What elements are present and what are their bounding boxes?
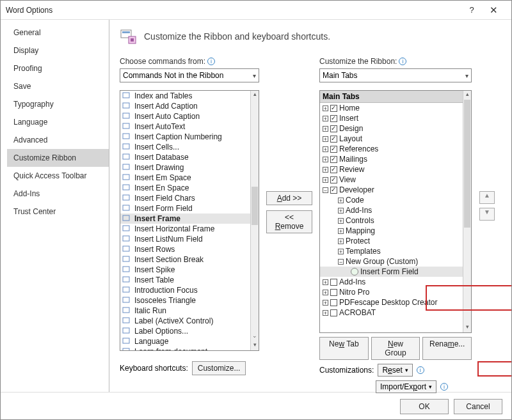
scroll-up-icon[interactable]: ▴ bbox=[463, 91, 471, 100]
reset-dropdown[interactable]: Reset▾ bbox=[378, 364, 412, 377]
customize-ribbon-dropdown[interactable]: Main Tabs ▾ bbox=[319, 68, 472, 82]
sidebar-item-advanced[interactable]: Advanced bbox=[7, 131, 109, 149]
command-item[interactable]: Insert Frame bbox=[120, 214, 250, 224]
tab-review[interactable]: +Review bbox=[320, 164, 463, 175]
svg-rect-26 bbox=[123, 318, 129, 323]
info-icon[interactable]: i bbox=[440, 383, 448, 391]
scrollbar[interactable]: ▴ ⌄ ▾ bbox=[250, 91, 259, 350]
command-item[interactable]: Insert Database bbox=[120, 152, 250, 162]
scroll-thumb[interactable] bbox=[252, 187, 258, 225]
tab-developer[interactable]: −Developer bbox=[320, 185, 463, 195]
remove-button[interactable]: << Remove bbox=[266, 210, 312, 233]
close-button[interactable]: ✕ bbox=[481, 4, 506, 16]
group-add-ins[interactable]: +Add-Ins bbox=[320, 205, 463, 215]
command-item[interactable]: Insert Cells... bbox=[120, 142, 250, 152]
tab-view[interactable]: +View bbox=[320, 175, 463, 185]
command-item[interactable]: Insert Auto Caption bbox=[120, 111, 250, 121]
command-item[interactable]: Insert Section Break bbox=[120, 254, 250, 265]
tab-references[interactable]: +References bbox=[320, 144, 463, 154]
sidebar-item-customize-ribbon[interactable]: Customize Ribbon bbox=[7, 149, 109, 167]
ribbon-tree[interactable]: Main Tabs+Home+Insert+Design+Layout+Refe… bbox=[319, 90, 472, 333]
new-group-button[interactable]: New Group bbox=[371, 337, 420, 360]
command-item[interactable]: Insert Rows bbox=[120, 244, 250, 254]
command-item[interactable]: Index and Tables bbox=[120, 91, 250, 101]
tab-mailings[interactable]: +Mailings bbox=[320, 154, 463, 164]
tab-insert[interactable]: +Insert bbox=[320, 113, 463, 123]
command-item[interactable]: Insert En Space bbox=[120, 183, 250, 193]
sidebar-item-trust-center[interactable]: Trust Center bbox=[7, 203, 109, 221]
command-item[interactable]: Insert Table bbox=[120, 275, 250, 285]
command-item[interactable]: Insert Drawing bbox=[120, 162, 250, 173]
rename-button[interactable]: Rename... bbox=[422, 337, 472, 360]
command-icon bbox=[122, 337, 132, 346]
sidebar-item-typography[interactable]: Typography bbox=[7, 95, 109, 113]
group-templates[interactable]: +Templates bbox=[320, 246, 463, 256]
move-down-button[interactable]: ▼ bbox=[479, 208, 495, 221]
tab-nitro-pro[interactable]: +Nitro Pro bbox=[320, 287, 463, 297]
import-export-dropdown[interactable]: Import/Export▾ bbox=[376, 380, 436, 393]
info-icon[interactable]: i bbox=[399, 58, 406, 65]
sidebar-item-proofing[interactable]: Proofing bbox=[7, 59, 109, 77]
command-item[interactable]: Insert Caption Numbering bbox=[120, 132, 250, 142]
command-item[interactable]: Insert Em Space bbox=[120, 173, 250, 183]
language-dropdown-icon[interactable]: ⌄ bbox=[251, 332, 259, 341]
sidebar-item-general[interactable]: General bbox=[7, 24, 109, 42]
command-item[interactable]: Insert Add Caption bbox=[120, 101, 250, 111]
tab-acrobat[interactable]: +ACROBAT bbox=[320, 307, 463, 318]
cancel-button[interactable]: Cancel bbox=[454, 399, 502, 414]
customize-shortcuts-button[interactable]: Customize... bbox=[192, 361, 246, 375]
command-item[interactable]: Insert Spike bbox=[120, 265, 250, 275]
tab-home[interactable]: +Home bbox=[320, 103, 463, 113]
group-code[interactable]: +Code bbox=[320, 195, 463, 205]
new-tab-button[interactable]: New Tab bbox=[319, 337, 369, 360]
commands-listbox[interactable]: Index and TablesInsert Add CaptionInsert… bbox=[120, 90, 259, 351]
command-item[interactable]: Learn from document... bbox=[120, 346, 250, 350]
custom-item-insert-form-field[interactable]: Insert Form Field bbox=[320, 267, 463, 277]
tab-add-ins[interactable]: +Add-Ins bbox=[320, 277, 463, 287]
command-item[interactable]: Introduction Focus bbox=[120, 285, 250, 295]
info-icon[interactable]: i bbox=[417, 366, 424, 374]
scroll-down-icon[interactable]: ▾ bbox=[463, 323, 471, 332]
move-up-button[interactable]: ▲ bbox=[479, 191, 495, 204]
tree-header: Main Tabs bbox=[320, 91, 463, 103]
command-item[interactable]: Insert Field Chars bbox=[120, 193, 250, 203]
sidebar-item-add-ins[interactable]: Add-Ins bbox=[7, 185, 109, 203]
group-controls[interactable]: +Controls bbox=[320, 215, 463, 226]
command-label: Insert Horizontal Frame bbox=[134, 224, 214, 233]
command-item[interactable]: Isosceles Triangle bbox=[120, 295, 250, 306]
info-icon[interactable]: i bbox=[207, 58, 215, 65]
tab-design[interactable]: +Design bbox=[320, 123, 463, 134]
scroll-down-icon[interactable]: ▾ bbox=[251, 341, 259, 350]
chevron-down-icon: ▾ bbox=[465, 72, 468, 79]
sidebar-item-display[interactable]: Display bbox=[7, 42, 109, 59]
command-label: Introduction Focus bbox=[134, 286, 198, 295]
add-button[interactable]: Add >> bbox=[266, 191, 312, 205]
tab-layout[interactable]: +Layout bbox=[320, 134, 463, 144]
sidebar-item-language[interactable]: Language bbox=[7, 113, 109, 131]
tab-pdfescape-desktop-creator[interactable]: +PDFescape Desktop Creator bbox=[320, 297, 463, 307]
command-icon bbox=[122, 316, 132, 325]
command-item[interactable]: Insert Horizontal Frame bbox=[120, 224, 250, 234]
group-mapping[interactable]: +Mapping bbox=[320, 226, 463, 236]
ok-button[interactable]: OK bbox=[400, 399, 449, 414]
command-icon bbox=[122, 296, 132, 305]
command-item[interactable]: Insert ListNum Field bbox=[120, 234, 250, 244]
group-protect[interactable]: +Protect bbox=[320, 236, 463, 246]
command-icon bbox=[122, 235, 132, 244]
command-item[interactable]: Language bbox=[120, 336, 250, 346]
choose-commands-dropdown[interactable]: Commands Not in the Ribbon ▾ bbox=[120, 68, 259, 82]
command-item[interactable]: Insert Form Field bbox=[120, 203, 250, 214]
command-item[interactable]: Italic Run bbox=[120, 306, 250, 316]
command-item[interactable]: Label (ActiveX Control) bbox=[120, 316, 250, 326]
customize-ribbon-icon bbox=[120, 27, 138, 45]
scrollbar[interactable]: ▴ ▾ bbox=[463, 91, 471, 332]
sidebar-item-save[interactable]: Save bbox=[7, 77, 109, 95]
command-item[interactable]: Label Options... bbox=[120, 326, 250, 336]
scroll-thumb[interactable] bbox=[464, 100, 470, 228]
group-custom[interactable]: −New Group (Custom) bbox=[320, 256, 463, 267]
sidebar-item-quick-access-toolbar[interactable]: Quick Access Toolbar bbox=[7, 167, 109, 185]
scroll-up-icon[interactable]: ▴ bbox=[251, 91, 259, 100]
help-button[interactable]: ? bbox=[463, 5, 481, 15]
svg-rect-17 bbox=[123, 226, 129, 231]
command-item[interactable]: Insert AutoText bbox=[120, 121, 250, 132]
